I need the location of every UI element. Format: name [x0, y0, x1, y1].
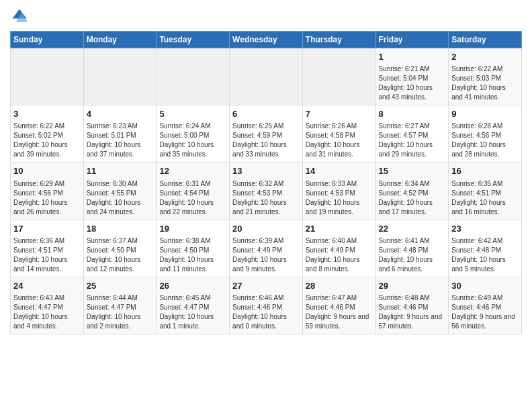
weekday-header-sunday: Sunday	[11, 32, 84, 48]
calendar-cell: 2Sunrise: 6:22 AM Sunset: 5:03 PM Daylig…	[449, 48, 522, 105]
day-info: Sunrise: 6:45 AM Sunset: 4:47 PM Dayligh…	[159, 293, 226, 331]
day-number: 16	[451, 165, 519, 177]
calendar-cell: 26Sunrise: 6:45 AM Sunset: 4:47 PM Dayli…	[157, 277, 230, 334]
logo	[10, 7, 32, 26]
day-info: Sunrise: 6:22 AM Sunset: 5:03 PM Dayligh…	[451, 64, 519, 102]
calendar-cell: 24Sunrise: 6:43 AM Sunset: 4:47 PM Dayli…	[11, 277, 84, 334]
calendar-cell: 16Sunrise: 6:35 AM Sunset: 4:51 PM Dayli…	[449, 163, 522, 220]
day-info: Sunrise: 6:25 AM Sunset: 4:59 PM Dayligh…	[232, 122, 300, 159]
calendar-cell: 18Sunrise: 6:37 AM Sunset: 4:50 PM Dayli…	[83, 220, 157, 277]
calendar-cell: 28Sunrise: 6:47 AM Sunset: 4:46 PM Dayli…	[302, 277, 375, 334]
day-number: 7	[306, 108, 373, 120]
calendar-week-2: 3Sunrise: 6:22 AM Sunset: 5:02 PM Daylig…	[11, 105, 522, 163]
day-info: Sunrise: 6:38 AM Sunset: 4:50 PM Dayligh…	[159, 236, 226, 274]
day-number: 14	[306, 165, 373, 177]
day-number: 8	[379, 108, 446, 120]
weekday-header-row: SundayMondayTuesdayWednesdayThursdayFrid…	[11, 32, 522, 48]
day-number: 21	[306, 223, 373, 235]
calendar-cell: 8Sunrise: 6:27 AM Sunset: 4:57 PM Daylig…	[375, 105, 449, 163]
day-number: 18	[87, 223, 154, 235]
day-info: Sunrise: 6:33 AM Sunset: 4:53 PM Dayligh…	[306, 179, 373, 217]
weekday-header-saturday: Saturday	[449, 32, 522, 48]
day-info: Sunrise: 6:36 AM Sunset: 4:51 PM Dayligh…	[13, 236, 81, 274]
day-number: 11	[87, 165, 154, 177]
day-info: Sunrise: 6:46 AM Sunset: 4:46 PM Dayligh…	[232, 293, 300, 331]
calendar-cell: 6Sunrise: 6:25 AM Sunset: 4:59 PM Daylig…	[230, 105, 303, 163]
calendar-cell: 29Sunrise: 6:48 AM Sunset: 4:46 PM Dayli…	[375, 277, 449, 334]
day-number: 12	[159, 165, 226, 177]
calendar-cell: 19Sunrise: 6:38 AM Sunset: 4:50 PM Dayli…	[157, 220, 230, 277]
day-info: Sunrise: 6:29 AM Sunset: 4:56 PM Dayligh…	[13, 179, 81, 217]
calendar-cell: 15Sunrise: 6:34 AM Sunset: 4:52 PM Dayli…	[375, 163, 449, 220]
day-number: 1	[379, 51, 446, 63]
weekday-header-monday: Monday	[83, 32, 157, 48]
day-info: Sunrise: 6:40 AM Sunset: 4:49 PM Dayligh…	[306, 236, 373, 274]
calendar-cell: 10Sunrise: 6:29 AM Sunset: 4:56 PM Dayli…	[11, 163, 84, 220]
day-info: Sunrise: 6:31 AM Sunset: 4:54 PM Dayligh…	[159, 179, 226, 217]
day-info: Sunrise: 6:28 AM Sunset: 4:56 PM Dayligh…	[451, 122, 519, 159]
calendar-cell: 21Sunrise: 6:40 AM Sunset: 4:49 PM Dayli…	[302, 220, 375, 277]
day-info: Sunrise: 6:23 AM Sunset: 5:01 PM Dayligh…	[87, 122, 154, 159]
calendar-cell	[83, 48, 157, 105]
day-info: Sunrise: 6:39 AM Sunset: 4:49 PM Dayligh…	[232, 236, 300, 274]
day-info: Sunrise: 6:37 AM Sunset: 4:50 PM Dayligh…	[87, 236, 154, 274]
day-info: Sunrise: 6:30 AM Sunset: 4:55 PM Dayligh…	[87, 179, 154, 217]
day-number: 2	[451, 51, 519, 63]
calendar-cell: 11Sunrise: 6:30 AM Sunset: 4:55 PM Dayli…	[83, 163, 157, 220]
calendar-table: SundayMondayTuesdayWednesdayThursdayFrid…	[10, 31, 522, 334]
day-number: 15	[379, 165, 446, 177]
calendar-cell: 27Sunrise: 6:46 AM Sunset: 4:46 PM Dayli…	[230, 277, 303, 334]
calendar-cell: 9Sunrise: 6:28 AM Sunset: 4:56 PM Daylig…	[449, 105, 522, 163]
day-number: 19	[159, 223, 226, 235]
day-info: Sunrise: 6:43 AM Sunset: 4:47 PM Dayligh…	[13, 293, 81, 331]
day-number: 13	[232, 165, 300, 177]
calendar-cell: 12Sunrise: 6:31 AM Sunset: 4:54 PM Dayli…	[157, 163, 230, 220]
calendar-cell	[302, 48, 375, 105]
calendar-cell: 1Sunrise: 6:21 AM Sunset: 5:04 PM Daylig…	[375, 48, 449, 105]
calendar-body: 1Sunrise: 6:21 AM Sunset: 5:04 PM Daylig…	[11, 48, 522, 334]
day-info: Sunrise: 6:27 AM Sunset: 4:57 PM Dayligh…	[379, 122, 446, 159]
weekday-header-wednesday: Wednesday	[230, 32, 303, 48]
day-number: 10	[13, 165, 81, 177]
day-number: 20	[232, 223, 300, 235]
calendar-week-4: 17Sunrise: 6:36 AM Sunset: 4:51 PM Dayli…	[11, 220, 522, 277]
day-info: Sunrise: 6:24 AM Sunset: 5:00 PM Dayligh…	[159, 122, 226, 159]
day-info: Sunrise: 6:22 AM Sunset: 5:02 PM Dayligh…	[13, 122, 81, 159]
calendar-cell: 17Sunrise: 6:36 AM Sunset: 4:51 PM Dayli…	[11, 220, 84, 277]
calendar-cell	[11, 48, 84, 105]
day-number: 26	[159, 280, 226, 292]
day-number: 6	[232, 108, 300, 120]
day-number: 24	[13, 280, 81, 292]
day-info: Sunrise: 6:49 AM Sunset: 4:46 PM Dayligh…	[451, 293, 519, 331]
page-header	[10, 7, 522, 26]
day-info: Sunrise: 6:34 AM Sunset: 4:52 PM Dayligh…	[379, 179, 446, 217]
day-number: 29	[379, 280, 446, 292]
calendar-cell: 4Sunrise: 6:23 AM Sunset: 5:01 PM Daylig…	[83, 105, 157, 163]
day-number: 17	[13, 223, 81, 235]
calendar-week-1: 1Sunrise: 6:21 AM Sunset: 5:04 PM Daylig…	[11, 48, 522, 105]
page-container: SundayMondayTuesdayWednesdayThursdayFrid…	[0, 0, 532, 341]
day-number: 4	[87, 108, 154, 120]
day-info: Sunrise: 6:26 AM Sunset: 4:58 PM Dayligh…	[306, 122, 373, 159]
weekday-header-thursday: Thursday	[302, 32, 375, 48]
calendar-cell: 25Sunrise: 6:44 AM Sunset: 4:47 PM Dayli…	[83, 277, 157, 334]
calendar-cell: 5Sunrise: 6:24 AM Sunset: 5:00 PM Daylig…	[157, 105, 230, 163]
calendar-cell: 22Sunrise: 6:41 AM Sunset: 4:48 PM Dayli…	[375, 220, 449, 277]
day-number: 22	[379, 223, 446, 235]
calendar-header: SundayMondayTuesdayWednesdayThursdayFrid…	[11, 32, 522, 48]
calendar-week-5: 24Sunrise: 6:43 AM Sunset: 4:47 PM Dayli…	[11, 277, 522, 334]
day-number: 5	[159, 108, 226, 120]
calendar-cell: 7Sunrise: 6:26 AM Sunset: 4:58 PM Daylig…	[302, 105, 375, 163]
calendar-cell	[230, 48, 303, 105]
calendar-week-3: 10Sunrise: 6:29 AM Sunset: 4:56 PM Dayli…	[11, 163, 522, 220]
calendar-cell: 3Sunrise: 6:22 AM Sunset: 5:02 PM Daylig…	[11, 105, 84, 163]
calendar-cell: 13Sunrise: 6:32 AM Sunset: 4:53 PM Dayli…	[230, 163, 303, 220]
day-info: Sunrise: 6:32 AM Sunset: 4:53 PM Dayligh…	[232, 179, 300, 217]
day-info: Sunrise: 6:44 AM Sunset: 4:47 PM Dayligh…	[87, 293, 154, 331]
calendar-cell: 20Sunrise: 6:39 AM Sunset: 4:49 PM Dayli…	[230, 220, 303, 277]
weekday-header-friday: Friday	[375, 32, 449, 48]
calendar-cell	[157, 48, 230, 105]
day-info: Sunrise: 6:42 AM Sunset: 4:48 PM Dayligh…	[451, 236, 519, 274]
day-number: 25	[87, 280, 154, 292]
day-number: 9	[451, 108, 519, 120]
